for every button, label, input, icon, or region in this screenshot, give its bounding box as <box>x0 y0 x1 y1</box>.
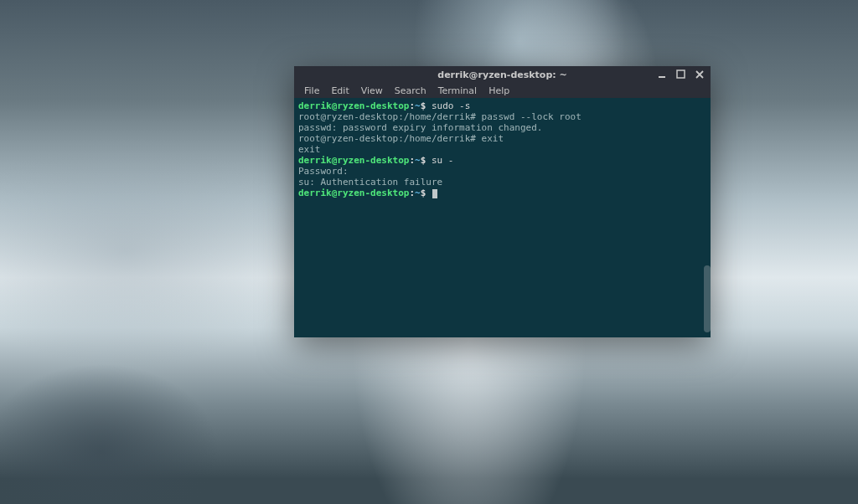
close-button[interactable] <box>694 69 706 80</box>
menu-file[interactable]: File <box>299 85 324 97</box>
window-controls <box>657 69 706 80</box>
terminal-line: passwd: password expiry information chan… <box>298 122 706 133</box>
terminal-line: su: Authentication failure <box>298 177 706 188</box>
terminal-line: Password: <box>298 166 706 177</box>
svg-rect-0 <box>659 76 665 78</box>
terminal-line: exit <box>298 144 706 155</box>
terminal-line: root@ryzen-desktop:/home/derrik# passwd … <box>298 111 706 122</box>
terminal-line: root@ryzen-desktop:/home/derrik# exit <box>298 133 706 144</box>
terminal-line: derrik@ryzen-desktop:~$ <box>298 188 706 198</box>
svg-rect-1 <box>677 70 685 78</box>
window-titlebar[interactable]: derrik@ryzen-desktop: ~ <box>294 66 711 83</box>
menu-view[interactable]: View <box>356 85 388 97</box>
scrollbar[interactable] <box>704 265 711 332</box>
menu-search[interactable]: Search <box>390 85 432 97</box>
menu-help[interactable]: Help <box>483 85 514 97</box>
menu-edit[interactable]: Edit <box>326 85 354 97</box>
menu-terminal[interactable]: Terminal <box>433 85 483 97</box>
window-title: derrik@ryzen-desktop: ~ <box>437 69 566 80</box>
terminal-window: derrik@ryzen-desktop: ~ File Edit View S… <box>294 66 711 337</box>
cursor-icon <box>432 189 437 198</box>
terminal-output-area[interactable]: derrik@ryzen-desktop:~$ sudo -sroot@ryze… <box>294 98 711 337</box>
terminal-line: derrik@ryzen-desktop:~$ sudo -s <box>298 100 706 111</box>
maximize-button[interactable] <box>675 69 687 80</box>
menubar: File Edit View Search Terminal Help <box>294 83 711 98</box>
minimize-button[interactable] <box>657 69 669 80</box>
terminal-line: derrik@ryzen-desktop:~$ su - <box>298 155 706 166</box>
